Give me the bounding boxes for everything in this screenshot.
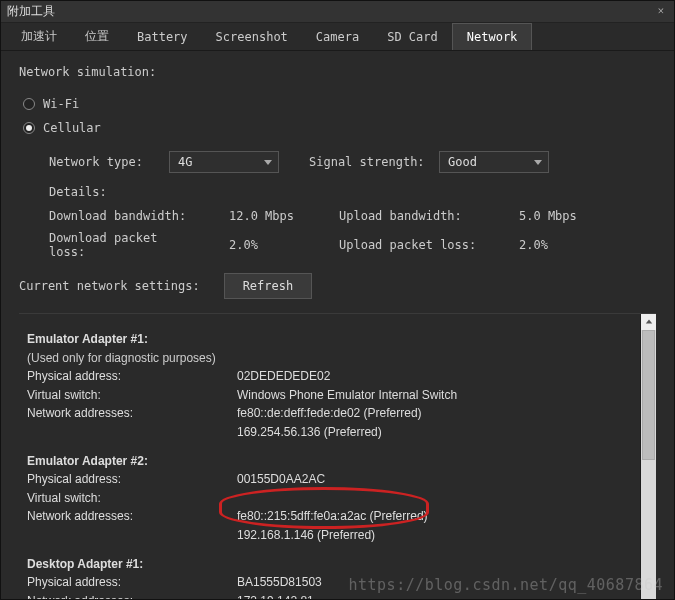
emu1-phys: 02DEDEDEDE02 xyxy=(237,367,630,386)
scroll-up-icon[interactable] xyxy=(641,314,656,330)
network-type-select[interactable]: 4G xyxy=(169,151,279,173)
emu1-note: (Used only for diagnostic purposes) xyxy=(27,349,630,368)
tab-battery[interactable]: Battery xyxy=(123,24,202,50)
chevron-down-icon xyxy=(534,160,542,165)
network-simulation-label: Network simulation: xyxy=(19,65,656,79)
window-root: 附加工具 × 加速计 位置 Battery Screenshot Camera … xyxy=(0,0,675,600)
emu2-title: Emulator Adapter #2: xyxy=(27,452,630,471)
emu1-addr2: 169.254.56.136 (Preferred) xyxy=(237,423,630,442)
emu2-naddr-label: Network addresses: xyxy=(27,507,237,526)
signal-strength-label: Signal strength: xyxy=(309,155,439,169)
refresh-button[interactable]: Refresh xyxy=(224,273,313,299)
scroll-thumb[interactable] xyxy=(642,330,655,460)
details-label: Details: xyxy=(49,185,656,199)
emu1-phys-label: Physical address: xyxy=(27,367,237,386)
tab-location[interactable]: 位置 xyxy=(71,22,123,51)
current-settings-label: Current network settings: xyxy=(19,279,200,293)
titlebar: 附加工具 × xyxy=(1,1,674,23)
radio-cellular[interactable] xyxy=(23,122,35,134)
desk1-phys: BA1555D81503 xyxy=(237,573,630,592)
radio-wifi-row[interactable]: Wi-Fi xyxy=(23,97,656,111)
connection-radio-group: Wi-Fi Cellular xyxy=(23,89,656,145)
emu1-naddr-label: Network addresses: xyxy=(27,404,237,423)
download-bw-label: Download bandwidth: xyxy=(49,209,199,223)
download-pl-value: 2.0% xyxy=(229,238,309,252)
desk1-naddr-label: Network addresses: xyxy=(27,592,237,599)
network-type-value: 4G xyxy=(178,155,192,169)
upload-bw-label: Upload bandwidth: xyxy=(339,209,489,223)
emu2-phys: 00155D0AA2AC xyxy=(237,470,630,489)
tab-camera[interactable]: Camera xyxy=(302,24,373,50)
download-bw-value: 12.0 Mbps xyxy=(229,209,309,223)
desk1-title: Desktop Adapter #1: xyxy=(27,555,630,574)
current-settings-row: Current network settings: Refresh xyxy=(19,273,656,299)
scroll-track[interactable] xyxy=(641,330,656,599)
radio-wifi-label: Wi-Fi xyxy=(43,97,79,111)
radio-cellular-row[interactable]: Cellular xyxy=(23,121,656,135)
signal-strength-select[interactable]: Good xyxy=(439,151,549,173)
emu2-addr2: 192.168.1.146 (Preferred) xyxy=(237,526,630,545)
close-icon[interactable]: × xyxy=(654,4,668,19)
emu1-vswitch: Windows Phone Emulator Internal Switch xyxy=(237,386,630,405)
radio-wifi[interactable] xyxy=(23,98,35,110)
emu1-addr1: fe80::de:deff:fede:de02 (Preferred) xyxy=(237,404,630,423)
content-area: Network simulation: Wi-Fi Cellular Netwo… xyxy=(1,51,674,599)
emu2-vswitch-label: Virtual switch: xyxy=(27,489,237,508)
network-type-row: Network type: 4G Signal strength: Good xyxy=(49,151,656,173)
emu2-vswitch xyxy=(237,489,630,508)
emu1-title: Emulator Adapter #1: xyxy=(27,330,630,349)
packetloss-row: Download packet loss: 2.0% Upload packet… xyxy=(49,231,656,259)
desk1-phys-label: Physical address: xyxy=(27,573,237,592)
upload-pl-value: 2.0% xyxy=(519,238,599,252)
tabstrip: 加速计 位置 Battery Screenshot Camera SD Card… xyxy=(1,23,674,51)
tab-accelerometer[interactable]: 加速计 xyxy=(7,22,71,51)
chevron-down-icon xyxy=(264,160,272,165)
network-type-label: Network type: xyxy=(49,155,169,169)
adapters-pane: Emulator Adapter #1: (Used only for diag… xyxy=(19,313,656,599)
emu2-addr1: fe80::215:5dff:fe0a:a2ac (Preferred) xyxy=(237,507,630,526)
emu2-phys-label: Physical address: xyxy=(27,470,237,489)
bandwidth-row: Download bandwidth: 12.0 Mbps Upload ban… xyxy=(49,209,656,223)
window-title: 附加工具 xyxy=(7,3,654,20)
tab-sdcard[interactable]: SD Card xyxy=(373,24,452,50)
radio-cellular-label: Cellular xyxy=(43,121,101,135)
upload-pl-label: Upload packet loss: xyxy=(339,238,489,252)
emu1-vswitch-label: Virtual switch: xyxy=(27,386,237,405)
desk1-addr1: 172.19.142.81 xyxy=(237,592,630,599)
tab-screenshot[interactable]: Screenshot xyxy=(202,24,302,50)
tab-network[interactable]: Network xyxy=(452,23,533,50)
download-pl-label: Download packet loss: xyxy=(49,231,199,259)
upload-bw-value: 5.0 Mbps xyxy=(519,209,599,223)
signal-strength-value: Good xyxy=(448,155,477,169)
scrollbar[interactable] xyxy=(640,314,656,599)
adapters-list: Emulator Adapter #1: (Used only for diag… xyxy=(19,314,640,599)
